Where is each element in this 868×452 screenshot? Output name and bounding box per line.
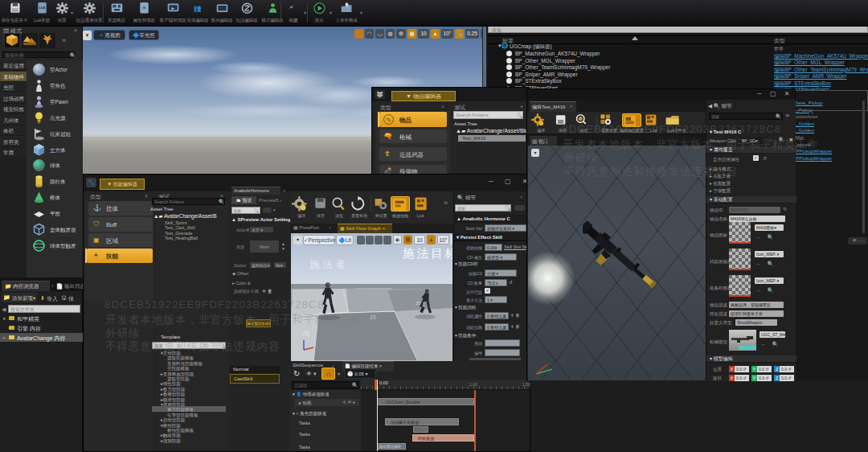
svg-text:25: 25 — [370, 314, 376, 320]
